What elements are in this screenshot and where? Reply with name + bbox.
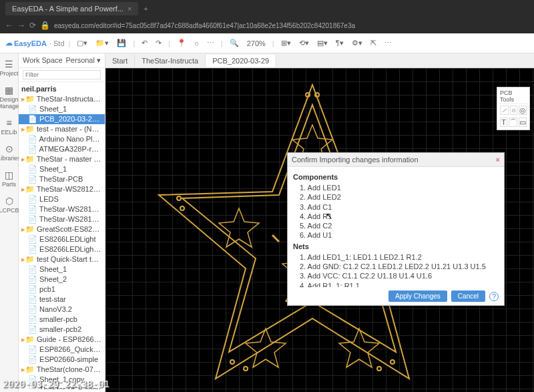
cloud-icon: ☁ xyxy=(5,39,13,47)
tree-item[interactable]: 📄 TheStar-WS2812-PCB xyxy=(19,214,105,224)
reload-icon[interactable]: ⟳ xyxy=(29,21,36,30)
tree-item[interactable]: 📄 smaller-pcb xyxy=(19,315,105,325)
svg-point-4 xyxy=(377,367,381,371)
workspace-header: Work Space Personal ▾ xyxy=(19,53,105,68)
back-icon[interactable]: ← xyxy=(5,21,13,30)
close-icon[interactable]: × xyxy=(127,5,131,13)
file-menu-icon[interactable]: ▢▾ xyxy=(74,37,90,49)
svg-point-1 xyxy=(315,93,319,97)
tree-item[interactable]: ▸📁 TheStar(clone-07022020) - master xyxy=(19,365,105,375)
settings-icon[interactable]: ⚙▾ xyxy=(349,37,365,49)
apply-changes-button[interactable]: Apply Changes xyxy=(388,290,447,302)
align-icon[interactable]: ▤▾ xyxy=(314,37,330,49)
component-item: 1. Add LED1 xyxy=(300,183,499,192)
via-icon[interactable]: ◎ xyxy=(519,106,527,115)
tree-item[interactable]: 📄 ESP02660-simple xyxy=(19,355,105,365)
logo[interactable]: ☁ EasyEDA xyxy=(5,39,47,47)
tree-item[interactable]: 📄 TheStar-WS2812-sch xyxy=(19,204,105,214)
zoom-icon[interactable]: 🔍 xyxy=(227,37,242,49)
svg-point-7 xyxy=(177,196,181,200)
workspace-scope[interactable]: Personal ▾ xyxy=(66,56,101,65)
component-item: 4. Add R1 xyxy=(300,212,499,221)
tree-item[interactable]: ▸📁 TheStar-Instructables - master - (N xyxy=(19,94,105,104)
tree-item[interactable]: 📄 NanoV3.2 xyxy=(19,305,105,315)
tree-item[interactable]: 📄 ESP8266_Quickly_Design xyxy=(19,345,105,355)
rail-libraries[interactable]: ⊙Libraries xyxy=(0,144,21,162)
left-rail: ☰Project▦Design Manager≡EELib⊙Libraries◫… xyxy=(0,53,19,392)
more-icon[interactable]: ⋯ xyxy=(382,37,394,49)
tree-item[interactable]: 📄 PCB_2020-03-29 22:28:17 xyxy=(19,114,105,124)
zoom-value[interactable]: 270% xyxy=(244,38,268,49)
rail-lcpcb[interactable]: ⬡LCPCB xyxy=(0,196,19,214)
doc-tab[interactable]: TheStar-Instructa xyxy=(135,55,206,67)
tree-item[interactable]: 📄 pcb1 xyxy=(19,284,105,295)
tree-item[interactable]: 📄 Sheet_1 xyxy=(19,264,105,274)
tree-item[interactable]: 📄 ES8266LEDLight xyxy=(19,234,105,244)
rail-eelib[interactable]: ≡EELib xyxy=(1,118,17,136)
component-item: 3. Add C1 xyxy=(300,202,499,212)
doc-tab[interactable]: Start xyxy=(105,55,135,67)
tree-item[interactable]: 📄 ES8266LEDLight-PCB xyxy=(19,244,105,254)
cancel-button[interactable]: Cancel xyxy=(451,290,485,302)
arc-icon[interactable]: ⌒ xyxy=(509,118,517,127)
tree-item[interactable]: ▸📁 test - master - (Neil Parris) xyxy=(19,124,105,134)
project-tree: neil.parris ▸📁 TheStar-Instructables - m… xyxy=(19,82,105,389)
tree-item[interactable]: ▸📁 test Quick-Start to EasyEDA - mas xyxy=(19,254,105,264)
rotate-icon[interactable]: ⟲▾ xyxy=(296,37,312,49)
browser-tab[interactable]: EasyEDA - A Simple and Powerf... × xyxy=(5,2,138,15)
pcb-tools-title: PCB Tools xyxy=(499,89,528,104)
tree-item[interactable]: 📄 test-star xyxy=(19,295,105,305)
import-changes-dialog: Confirm Importing changes information × … xyxy=(287,152,505,306)
tree-item[interactable]: 📄 Arduino Nano Playboard xyxy=(19,134,105,144)
help-icon[interactable]: ? xyxy=(489,292,499,301)
folder-icon[interactable]: 📁▾ xyxy=(93,37,111,49)
url-text[interactable]: easyeda.com/editor#id=75ac05c8f7ad47c688… xyxy=(54,22,529,29)
tree-item[interactable]: ▸📁 Guide - ESP8266_Quickly_Design xyxy=(19,335,105,345)
marker-icon[interactable]: 📍 xyxy=(174,37,189,49)
tree-item[interactable]: 📄 ATMEGA328P-rotation-test xyxy=(19,144,105,154)
workspace-label: Work Space xyxy=(23,56,63,65)
text-icon[interactable]: T xyxy=(500,118,507,127)
save-icon[interactable]: 💾 xyxy=(114,37,129,49)
tree-item[interactable]: ▸📁 TheStar - master - (Neil Parris) xyxy=(19,154,105,164)
link-icon[interactable]: ¶▾ xyxy=(333,37,346,49)
doc-tab[interactable]: PCB_2020-03-29 xyxy=(206,55,276,67)
user-name: neil.parris xyxy=(19,83,105,94)
tree-item[interactable]: 📄 Sheet_2 xyxy=(19,274,105,284)
export-icon[interactable]: ⇱ xyxy=(368,37,379,49)
dialog-titlebar[interactable]: Confirm Importing changes information × xyxy=(288,153,504,167)
sidebar: Work Space Personal ▾ neil.parris ▸📁 The… xyxy=(19,53,105,392)
tool-icon[interactable]: ⊞▾ xyxy=(278,37,294,49)
rect-icon[interactable]: ▭ xyxy=(519,118,527,127)
undo-icon[interactable]: ↶ xyxy=(139,37,150,49)
rail-design manager[interactable]: ▦Design Manager xyxy=(0,85,21,110)
lock-icon: 🔒 xyxy=(40,21,50,30)
tree-item[interactable]: ▸📁 GreatScott-ES8266LEDLight - mas xyxy=(19,224,105,234)
forward-icon[interactable]: → xyxy=(17,21,25,30)
circle-icon[interactable]: ○ xyxy=(192,38,202,49)
tree-item[interactable]: 📄 smaller-pcb2 xyxy=(19,325,105,335)
filter-row xyxy=(19,68,105,82)
svg-line-11 xyxy=(272,235,279,242)
component-item: 5. Add C2 xyxy=(300,221,499,230)
tree-item[interactable]: 📄 TheStar-PCB xyxy=(19,174,105,184)
redo-icon[interactable]: ↷ xyxy=(153,37,164,49)
pcb-tools-panel[interactable]: PCB Tools ⟋○◎ T⌒▭ xyxy=(497,87,530,130)
net-item: 3. Add VCC: C1.1 C2.2 U1.18 U1.4 U1.6 xyxy=(300,271,499,280)
close-icon[interactable]: × xyxy=(496,156,500,164)
rail-parts[interactable]: ◫Parts xyxy=(2,170,16,188)
tree-item[interactable]: 📄 Sheet_1 xyxy=(19,164,105,174)
pad-icon[interactable]: ○ xyxy=(510,106,517,115)
svg-point-5 xyxy=(390,360,394,364)
rail-project[interactable]: ☰Project xyxy=(0,59,19,77)
chain-icon[interactable]: ⋯ xyxy=(204,37,217,49)
tree-item[interactable]: ▸📁 TheStar-WS2812B - master - (Nei xyxy=(19,184,105,194)
dialog-body: Components 1. Add LED12. Add LED23. Add … xyxy=(288,167,504,287)
filter-input[interactable] xyxy=(23,70,101,79)
tree-item[interactable]: 📄 LEDS xyxy=(19,194,105,204)
new-tab-icon[interactable]: + xyxy=(144,5,148,13)
tree-item[interactable]: 📄 Sheet_1 xyxy=(19,104,105,114)
track-icon[interactable]: ⟋ xyxy=(500,106,509,115)
components-heading: Components xyxy=(293,173,499,181)
dialog-footer: Apply Changes Cancel ? xyxy=(288,287,504,305)
